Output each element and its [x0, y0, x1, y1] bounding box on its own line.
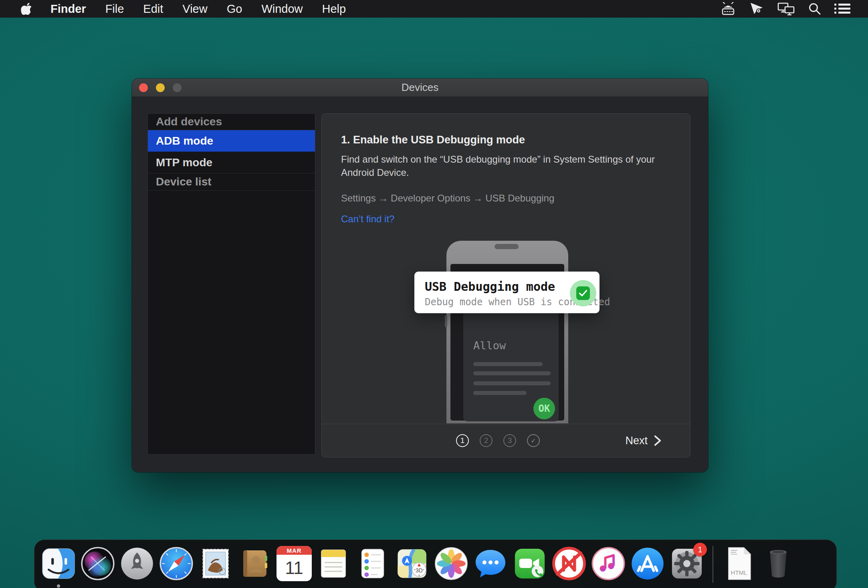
step-title: 1. Enable the USB Debugging mode — [341, 134, 690, 146]
devices-window: Devices Add devices ADB mode MTP mode De… — [132, 79, 708, 472]
calendar-day: 11 — [277, 555, 312, 581]
phone-side-button — [445, 315, 447, 327]
menu-item-window[interactable]: Window — [261, 2, 303, 16]
dock-finder-icon[interactable] — [41, 546, 76, 581]
sidebar-item-adb-mode[interactable]: ADB mode — [148, 130, 315, 152]
dock-contacts-icon[interactable] — [237, 546, 273, 581]
skeleton-line — [473, 391, 527, 395]
sidebar-item-mtp-mode[interactable]: MTP mode — [148, 152, 315, 173]
skeleton-line — [473, 371, 551, 375]
sidebar-item-device-list[interactable]: Device list — [148, 173, 315, 191]
desktop: { "menu_bar": { "app_name": "Finder", "i… — [0, 0, 868, 588]
step-description: Find and switch on the “USB debugging mo… — [341, 153, 670, 179]
search-icon[interactable] — [808, 2, 822, 16]
dock-photos-icon[interactable] — [434, 546, 469, 581]
sidebar: Add devices ADB mode MTP mode Device lis… — [147, 113, 315, 455]
dock-app-store-icon[interactable] — [630, 546, 665, 581]
usb-debugging-popup: USB Debugging mode Debug mode when USB i… — [414, 272, 600, 313]
dock-messages-icon[interactable] — [473, 546, 508, 581]
title-bar[interactable]: Devices — [132, 79, 708, 97]
dock-notes-icon[interactable] — [316, 546, 351, 581]
dock-siri-icon[interactable] — [80, 546, 115, 581]
phone-illustration: Allow OK — [446, 241, 568, 423]
dock-calendar-icon[interactable]: MAR 11 — [277, 546, 312, 581]
dock-facetime-icon[interactable] — [512, 546, 547, 581]
html-file-label: HTML — [721, 569, 757, 576]
menu-item-edit[interactable]: Edit — [143, 2, 163, 16]
dock-html-file-icon[interactable]: HTML — [721, 546, 757, 581]
menu-item-file[interactable]: File — [105, 2, 124, 16]
menu-bar: Finder File Edit View Go Window Help — [0, 0, 868, 18]
menu-item-go[interactable]: Go — [227, 2, 242, 16]
step-indicators: 1 2 3 ✓ — [456, 424, 540, 457]
step-instructions: 1. Enable the USB Debugging mode Find an… — [322, 114, 690, 225]
dock-system-preferences-icon[interactable]: 1 — [669, 546, 704, 581]
settings-path: Settings → Developer Options → USB Debug… — [341, 193, 690, 204]
skeleton-line — [473, 362, 543, 366]
step-indicator-2: 2 — [480, 434, 493, 447]
task-list-icon[interactable] — [834, 3, 850, 15]
dock-separator — [713, 546, 713, 583]
file-transfer-icon[interactable] — [749, 2, 765, 16]
sidebar-item-add-devices: Add devices — [148, 114, 315, 130]
dock-itunes-icon[interactable] — [591, 546, 626, 581]
cant-find-it-link[interactable]: Can’t find it? — [341, 213, 690, 225]
content-panel: 1. Enable the USB Debugging mode Find an… — [321, 113, 690, 457]
dock-launchpad-icon[interactable] — [119, 546, 155, 581]
menu-item-finder[interactable]: Finder — [50, 2, 86, 16]
phone-dialog: Allow OK — [463, 304, 559, 421]
phone-speaker — [495, 244, 519, 249]
skeleton-line — [473, 381, 551, 385]
menu-item-help[interactable]: Help — [322, 2, 346, 16]
ok-button-illustration: OK — [533, 398, 555, 419]
step-indicator-3: 3 — [503, 434, 516, 447]
dock: MAR 11 — [34, 540, 837, 588]
step-indicator-1: 1 — [456, 434, 469, 447]
screen-mirroring-icon[interactable] — [777, 2, 795, 16]
wizard-footer: 1 2 3 ✓ Next — [322, 424, 690, 457]
allow-label: Allow — [473, 339, 506, 352]
menu-item-view[interactable]: View — [182, 2, 207, 16]
apple-menu-icon[interactable] — [21, 3, 31, 15]
chevron-right-icon — [653, 434, 662, 447]
dock-mail-icon[interactable] — [198, 546, 233, 581]
popup-title: USB Debugging mode — [425, 280, 555, 294]
dock-safari-icon[interactable] — [159, 546, 194, 581]
checked-checkbox-icon — [576, 286, 590, 300]
dock-maps-icon[interactable]: 3D — [394, 546, 430, 581]
calendar-month: MAR — [277, 546, 312, 555]
notification-badge: 1 — [693, 543, 707, 556]
dock-news-icon[interactable] — [551, 546, 587, 581]
dock-reminders-icon[interactable] — [355, 546, 390, 581]
step-indicator-done-icon: ✓ — [527, 434, 540, 447]
finder-running-indicator — [57, 584, 60, 588]
svg-text:3D: 3D — [416, 568, 423, 574]
dock-trash-icon[interactable] — [761, 546, 796, 581]
window-title: Devices — [132, 79, 708, 97]
next-button[interactable]: Next — [625, 424, 662, 457]
next-button-label: Next — [625, 435, 648, 447]
menu-status-icons — [720, 2, 850, 16]
android-device-icon[interactable] — [720, 2, 737, 16]
checkbox-highlight-circle — [570, 280, 596, 306]
